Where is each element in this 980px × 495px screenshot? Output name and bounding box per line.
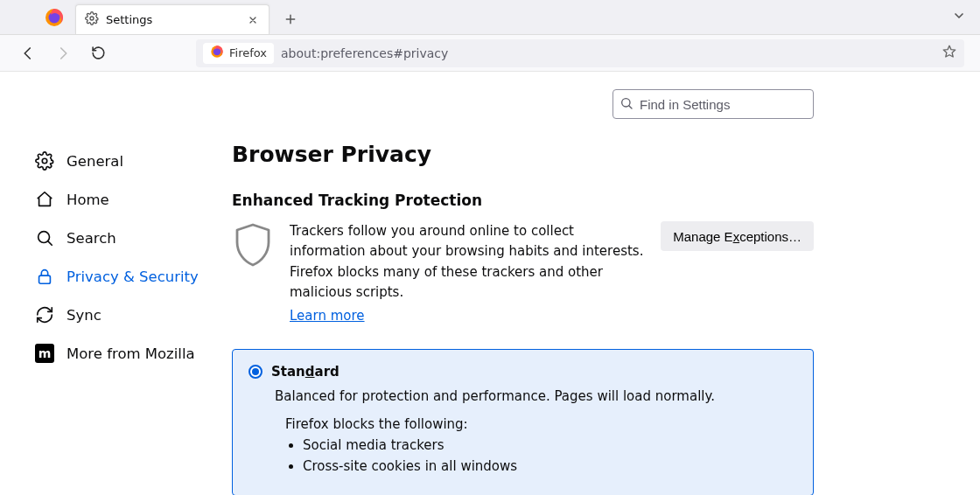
url-bar[interactable]: Firefox about:preferences#privacy [196,39,964,67]
sidebar-item-label: Home [66,192,109,208]
etp-mode-standard[interactable]: Standard Balanced for protection and per… [232,349,814,495]
svg-point-6 [42,158,47,164]
etp-description: Trackers follow you around online to col… [290,223,643,300]
sidebar-item-label: Sync [66,307,102,324]
sidebar-item-label: Search [66,230,116,247]
toolbar: Firefox about:preferences#privacy [0,35,980,72]
sidebar-item-home[interactable]: Home [35,180,206,219]
sidebar-item-label: Privacy & Security [66,268,199,285]
mode-description: Balanced for protection and performance.… [275,388,797,404]
tab-strip: Settings [0,0,980,35]
home-icon [35,190,54,209]
sidebar-item-label: General [66,153,123,170]
sidebar-item-general[interactable]: General [35,142,206,180]
sidebar: General Home Search [0,89,206,495]
forward-button[interactable] [51,41,75,66]
shield-icon [232,221,274,273]
blocks-heading: Firefox blocks the following: [285,416,797,432]
tabs-dropdown-button[interactable] [952,9,966,25]
url-text: about:preferences#privacy [281,46,448,60]
sidebar-item-more-from-mozilla[interactable]: m More from Mozilla [35,334,206,373]
firefox-logo-icon [210,45,224,61]
mozilla-icon: m [35,344,54,363]
identity-box[interactable]: Firefox [203,43,274,64]
svg-rect-8 [39,275,51,283]
close-tab-button[interactable] [246,13,260,27]
sync-icon [35,305,54,324]
sidebar-item-sync[interactable]: Sync [35,296,206,334]
gear-icon [85,11,99,28]
new-tab-button[interactable] [278,7,303,31]
main-content: Browser Privacy Enhanced Tracking Protec… [206,89,980,495]
blocks-item: Social media trackers [303,437,797,453]
tab-title: Settings [106,13,239,26]
back-button[interactable] [16,41,40,66]
sidebar-item-label: More from Mozilla [66,345,195,362]
reload-button[interactable] [86,41,110,66]
learn-more-link[interactable]: Learn more [290,306,365,326]
identity-label: Firefox [229,46,267,59]
firefox-logo-icon [44,7,65,28]
gear-icon [35,151,54,171]
bookmark-star-button[interactable] [942,44,957,62]
manage-exceptions-button[interactable]: Manage Exceptions… [661,221,814,251]
page-title: Browser Privacy [232,142,814,167]
search-icon [35,228,54,248]
sidebar-item-search[interactable]: Search [35,219,206,257]
blocks-item: Cross-site cookies in all windows [303,458,797,474]
tab-settings[interactable]: Settings [75,4,270,34]
section-title: Enhanced Tracking Protection [232,192,814,209]
lock-icon [35,267,54,286]
search-icon [620,96,634,113]
mode-label: Standard [271,364,340,380]
radio-selected-icon[interactable] [248,365,262,379]
settings-search-input[interactable] [612,89,814,119]
svg-point-2 [90,17,94,20]
sidebar-item-privacy-security[interactable]: Privacy & Security [35,257,206,296]
